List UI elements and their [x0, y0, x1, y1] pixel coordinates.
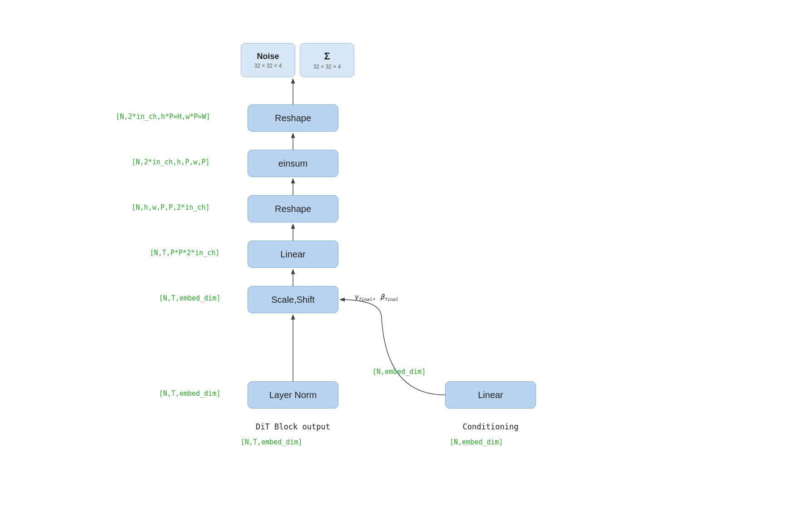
reshape2-label: Reshape [275, 113, 311, 123]
reshape2-annotation: [N,2*in_ch,h*P=H,w*P=W] [116, 113, 210, 121]
reshape1-node: Reshape [248, 195, 338, 222]
linear-annotation: [N,T,P*P*2*in_ch] [150, 249, 220, 257]
noise-label: Noise [257, 52, 279, 61]
scale-shift-node: Scale,Shift [248, 286, 338, 313]
reshape1-annotation: [N,h,w,P,P,2*in_ch] [132, 203, 210, 212]
einsum-node: einsum [248, 150, 338, 177]
einsum-label: einsum [278, 158, 308, 169]
scale-shift-annotation: [N,T,embed_dim] [159, 294, 220, 302]
linear-main-node: Linear [248, 241, 338, 268]
layer-norm-node: Layer Norm [248, 381, 338, 409]
diagram: Noise 32 × 32 × 4 Σ 32 × 32 × 4 Reshape … [0, 0, 804, 532]
dit-block-label: DiT Block output [248, 422, 338, 431]
linear-main-label: Linear [280, 249, 306, 260]
sigma-sublabel: 32 × 32 × 4 [313, 64, 341, 70]
arrows-svg [0, 0, 804, 532]
reshape2-node: Reshape [248, 104, 338, 132]
linear-cond-node: Linear [445, 381, 536, 409]
noise-sublabel: 32 × 32 × 4 [254, 63, 282, 69]
sigma-label: Σ [324, 50, 330, 62]
gamma-beta-label: γfinal, βfinal [354, 293, 398, 302]
noise-node: Noise 32 × 32 × 4 [241, 43, 295, 77]
einsum-annotation: [N,2*in_ch,h,P,w,P] [132, 158, 210, 166]
dit-block-dim: [N,T,embed_dim] [241, 438, 302, 446]
linear-cond-label: Linear [478, 390, 503, 400]
cond-top-annotation: [N,embed_dim] [372, 368, 426, 376]
reshape1-label: Reshape [275, 204, 311, 214]
conditioning-label: Conditioning [445, 422, 536, 431]
conditioning-dim: [N,embed_dim] [450, 438, 503, 446]
layer-norm-annotation: [N,T,embed_dim] [159, 389, 220, 398]
sigma-node: Σ 32 × 32 × 4 [300, 43, 354, 77]
scale-shift-label: Scale,Shift [271, 295, 315, 305]
layer-norm-label: Layer Norm [269, 390, 317, 400]
